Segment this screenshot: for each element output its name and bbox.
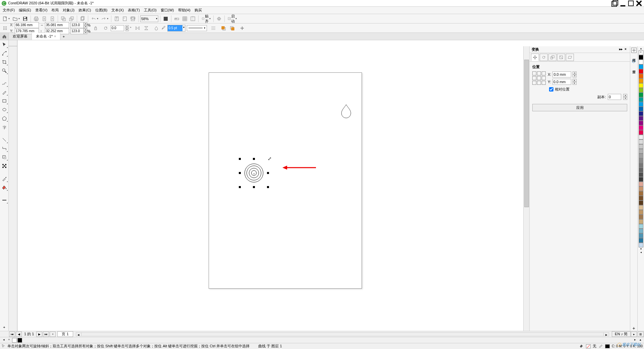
outline-width-chevron[interactable]: ▾ — [182, 25, 185, 31]
crop-tool[interactable] — [1, 58, 8, 66]
menu-object[interactable]: 对象(J) — [61, 7, 76, 13]
open-button[interactable]: ▾ — [11, 15, 21, 22]
relative-position-checkbox[interactable]: 相对位置 — [549, 87, 627, 92]
options-button[interactable] — [215, 15, 223, 22]
swatch-violet[interactable] — [639, 121, 643, 125]
language-indicator[interactable]: EN ♪ 简 — [612, 331, 631, 337]
fill-tool[interactable] — [1, 184, 8, 191]
menu-tools[interactable]: 工具(O) — [142, 7, 159, 13]
handle-se[interactable] — [267, 186, 269, 188]
swatch-ltblue1[interactable] — [639, 224, 643, 229]
rectangle-tool[interactable] — [1, 97, 8, 105]
guides-button[interactable] — [189, 15, 197, 22]
fill-drop-button[interactable] — [153, 24, 160, 32]
menu-effect[interactable]: 效果(C) — [76, 7, 93, 13]
copies-spinner[interactable]: ▴▾ — [623, 94, 627, 100]
anchor-grid[interactable] — [532, 71, 546, 85]
dock-y-input[interactable] — [552, 79, 571, 85]
first-page-button[interactable]: ⏮ — [9, 332, 15, 337]
outline-width-input[interactable] — [168, 25, 182, 31]
size-tab[interactable] — [557, 54, 565, 61]
hscroll-right[interactable]: ▸ — [603, 333, 609, 336]
strip-icon-2[interactable] — [631, 59, 637, 64]
scale-tab[interactable] — [548, 54, 556, 61]
properties-tab[interactable]: 属性 — [631, 54, 637, 58]
swatch-black[interactable] — [639, 55, 643, 60]
outline-indicator[interactable] — [605, 344, 610, 348]
export-image-button[interactable] — [121, 15, 128, 22]
transparency-tool[interactable] — [1, 162, 8, 170]
swatch-ltblue2[interactable] — [639, 229, 643, 233]
launch-dropdown[interactable]: 启动▾ — [226, 15, 238, 22]
swatch-sky[interactable] — [639, 102, 643, 107]
swatch-amber[interactable] — [639, 78, 643, 83]
print-button[interactable] — [33, 15, 40, 22]
apply-button[interactable]: 应用 — [532, 104, 627, 111]
swatch-brown2[interactable] — [639, 191, 643, 196]
swatch-95gray[interactable] — [639, 177, 643, 182]
vertical-ruler[interactable] — [9, 46, 17, 331]
swatch-10gray[interactable] — [639, 135, 643, 139]
handle-s[interactable] — [253, 186, 255, 188]
save-button[interactable] — [21, 15, 29, 22]
redo-button[interactable]: ▾ — [100, 15, 109, 22]
swatch-lime[interactable] — [639, 88, 643, 93]
swatch-90gray[interactable] — [639, 172, 643, 177]
swatch-sand3[interactable] — [639, 215, 643, 219]
connector-tool[interactable] — [1, 145, 8, 152]
polygon-tool[interactable] — [1, 115, 8, 122]
menu-help[interactable]: 帮助(H) — [176, 7, 193, 13]
selected-object[interactable]: × ⤢ — [239, 158, 269, 188]
swatch-blue[interactable] — [639, 107, 643, 111]
handle-w[interactable] — [239, 172, 241, 174]
swatch-navy[interactable] — [639, 111, 643, 116]
add-tab-button[interactable]: + — [60, 35, 67, 39]
rotate-tab[interactable] — [540, 54, 548, 61]
pal-black[interactable] — [17, 338, 22, 343]
welcome-tab[interactable]: 欢迎屏幕 — [9, 33, 32, 40]
add-tool-button[interactable]: + — [1, 324, 8, 331]
ruler-button[interactable] — [173, 15, 180, 22]
grid-button[interactable] — [181, 15, 189, 22]
scale-y-input[interactable] — [70, 28, 84, 34]
handle-sw[interactable] — [239, 186, 241, 188]
fullscreen-button[interactable] — [162, 15, 169, 22]
drawing-canvas[interactable]: × ⤢ — [17, 46, 523, 331]
swatch-60gray[interactable] — [639, 158, 643, 163]
handle-e[interactable] — [267, 172, 269, 174]
swatch-70gray[interactable] — [639, 163, 643, 168]
menu-buy[interactable]: 购买 — [193, 7, 204, 13]
pal-none[interactable] — [12, 338, 17, 343]
zoom-combo[interactable]: 58%▾ — [140, 15, 158, 22]
lock-ratio-button[interactable] — [92, 24, 99, 32]
export-pdf-button[interactable]: PDF — [129, 15, 137, 22]
eyedropper-tool[interactable] — [1, 175, 8, 182]
minimize-icon[interactable] — [619, 1, 627, 6]
handle-n[interactable] — [253, 158, 255, 160]
swatch-80gray[interactable] — [639, 168, 643, 172]
copies-input[interactable] — [608, 94, 621, 100]
swatch-yellow[interactable] — [639, 83, 643, 88]
cascade-button[interactable] — [60, 15, 67, 22]
new-doc-button[interactable]: ▾ — [1, 15, 11, 22]
menu-window[interactable]: 窗口(W) — [159, 7, 176, 13]
pal-add[interactable]: + — [7, 338, 11, 343]
cascade2-button[interactable] — [68, 15, 75, 22]
origin-button[interactable] — [1, 24, 9, 32]
dock-y-spinner[interactable]: ▴▾ — [573, 79, 577, 85]
swatch-20gray[interactable] — [639, 139, 643, 144]
to-back-button[interactable] — [228, 24, 236, 32]
rotation-spinner[interactable]: ▴▾ — [125, 25, 129, 31]
fill-indicator[interactable] — [586, 344, 591, 348]
menu-text[interactable]: 文本(X) — [109, 7, 126, 13]
document-tab[interactable]: 未命名 -1*× — [32, 33, 60, 40]
docker-collapse-icon[interactable]: ▸▸ — [619, 47, 623, 52]
swatch-sand2[interactable] — [639, 210, 643, 215]
restore-down-icon[interactable] — [611, 1, 619, 6]
menu-edit[interactable]: 编辑(E) — [17, 7, 33, 13]
menu-view[interactable]: 查看(V) — [33, 7, 50, 13]
swatch-brown1[interactable] — [639, 186, 643, 191]
add-page-button[interactable]: + — [50, 332, 56, 337]
scale-y-spinner[interactable]: ▴▾ — [84, 28, 87, 34]
strip-add-icon[interactable]: + — [632, 326, 635, 331]
